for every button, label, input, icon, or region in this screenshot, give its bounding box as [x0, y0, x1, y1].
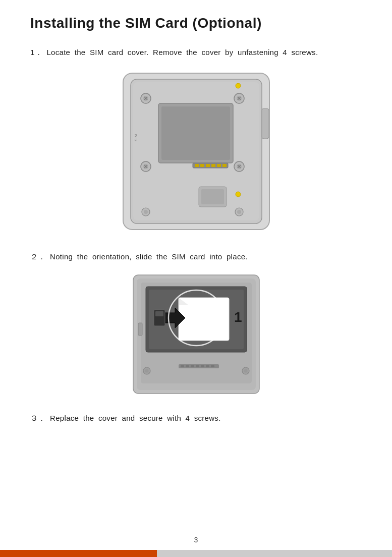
step-3-number: ３．	[30, 414, 46, 422]
svg-rect-63	[138, 323, 142, 336]
footer-bar	[0, 550, 392, 557]
device-back-svg: SIM	[118, 68, 274, 235]
svg-rect-32	[201, 189, 224, 204]
svg-rect-59	[196, 365, 199, 367]
svg-point-52	[145, 369, 148, 373]
svg-point-36	[237, 210, 241, 214]
footer-bar-gray	[157, 550, 392, 557]
svg-rect-28	[262, 108, 269, 139]
svg-point-29	[236, 192, 241, 197]
svg-point-54	[244, 369, 247, 373]
svg-rect-22	[195, 164, 199, 167]
step-3: ３． Replace the cover and secure with 4 s…	[30, 411, 362, 425]
page-number: 3	[0, 536, 392, 550]
page-content: Installing the SIM Card (Optional) 1． Lo…	[0, 0, 392, 480]
svg-rect-56	[181, 365, 184, 367]
svg-rect-48	[155, 311, 163, 316]
svg-rect-25	[211, 164, 215, 167]
page-footer: 3	[0, 536, 392, 557]
step-1: 1． Locate the SIM card cover. Remove the…	[30, 45, 362, 235]
step-1-image-container: SIM	[30, 68, 362, 235]
svg-rect-24	[206, 164, 210, 167]
step-2-image-container: 1	[30, 272, 362, 396]
svg-point-34	[144, 210, 148, 214]
footer-bar-orange	[0, 550, 157, 557]
page-title: Installing the SIM Card (Optional)	[30, 15, 362, 31]
device-back-image: SIM	[118, 68, 274, 235]
step-3-text: ３． Replace the cover and secure with 4 s…	[30, 411, 362, 425]
step-1-number: 1．	[30, 48, 42, 57]
sim-insert-svg: 1	[131, 272, 262, 396]
svg-rect-26	[217, 164, 221, 167]
svg-rect-62	[211, 365, 214, 367]
svg-rect-23	[200, 164, 204, 167]
svg-text:1: 1	[234, 309, 242, 325]
svg-text:SIM: SIM	[134, 134, 138, 141]
svg-point-30	[236, 83, 241, 88]
svg-rect-20	[161, 106, 230, 160]
svg-rect-58	[191, 365, 194, 367]
sim-insert-image: 1	[131, 272, 262, 396]
svg-rect-27	[222, 164, 227, 167]
step-2: ２． Noting the orientation, slide the SIM…	[30, 250, 362, 396]
svg-rect-61	[206, 365, 209, 367]
step-2-number: ２．	[30, 252, 46, 261]
svg-rect-57	[186, 365, 189, 367]
svg-rect-60	[201, 365, 204, 367]
step-1-text: 1． Locate the SIM card cover. Remove the…	[30, 45, 362, 59]
step-2-text: ２． Noting the orientation, slide the SIM…	[30, 250, 362, 263]
